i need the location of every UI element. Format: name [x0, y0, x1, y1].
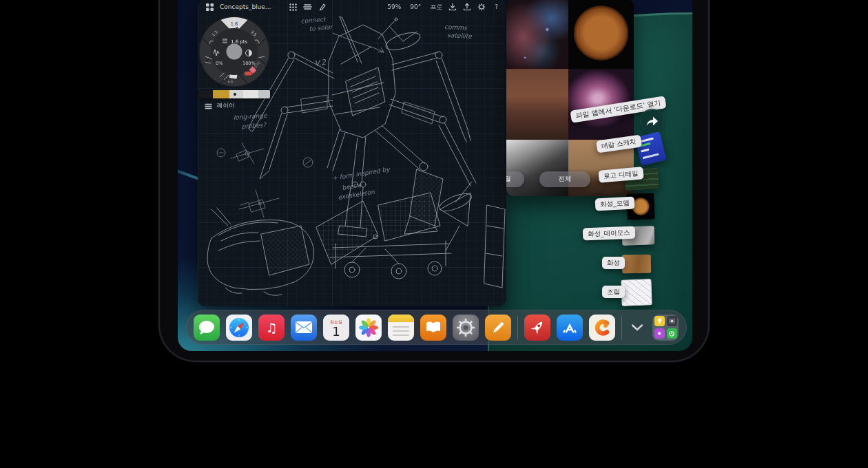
share-arrow-icon — [645, 116, 659, 127]
svg-text:satellite: satellite — [447, 32, 473, 40]
dock-collapse-chevron[interactable] — [628, 315, 646, 341]
mini-timer-icon — [667, 328, 677, 339]
mini-star-icon: ★ — [654, 328, 665, 339]
rocket-icon — [528, 319, 546, 337]
open-book-icon — [426, 321, 441, 333]
swatch-gold[interactable] — [213, 90, 229, 98]
opacity-min: 0% — [216, 61, 223, 66]
brush-preview-dot — [227, 44, 242, 60]
settings-gear-icon[interactable] — [477, 3, 486, 11]
drag-label-mars-model: 화성_모델 — [595, 197, 635, 211]
notes-line — [393, 330, 409, 332]
settings-app-icon[interactable] — [453, 315, 479, 341]
notes-app-icon[interactable] — [388, 315, 414, 341]
swatch-gray[interactable] — [258, 90, 270, 98]
rocket-app-icon[interactable] — [524, 315, 550, 341]
zoom-level[interactable]: 59% — [387, 3, 401, 10]
photo-horsehead-nebula[interactable] — [506, 0, 568, 69]
photo-mars-surface[interactable] — [506, 69, 568, 140]
appstore-a-icon — [561, 319, 579, 337]
swatch-selected-dot — [234, 93, 236, 96]
mini-camera-icon — [667, 316, 677, 326]
calendar-day: 1 — [332, 326, 340, 338]
svg-text:comms: comms — [444, 23, 468, 32]
speech-bubble-icon — [198, 319, 216, 336]
concepts-app-icon[interactable] — [589, 315, 615, 341]
dot-grid-icon[interactable] — [289, 3, 297, 11]
gear-icon — [455, 317, 476, 338]
help-button[interactable]: ? — [495, 3, 498, 10]
dock-divider — [517, 316, 518, 339]
active-brush-size: 1.6 — [230, 21, 238, 27]
ipad-device: connect to solar comms satellite V.2 lon… — [160, 0, 708, 361]
appstore-app-icon[interactable] — [557, 315, 583, 341]
concepts-app-window: connect to solar comms satellite V.2 lon… — [198, 0, 506, 306]
pen-nib-icon[interactable] — [318, 3, 327, 11]
chevron-down-icon — [632, 324, 643, 331]
concepts-c-icon — [592, 317, 612, 338]
svg-text:V.2: V.2 — [314, 58, 327, 68]
ipad-screen: connect to solar comms satellite V.2 lon… — [178, 0, 692, 351]
rotation-value[interactable]: 90° — [410, 3, 421, 10]
flower-icon — [358, 317, 380, 339]
apps-grid-icon[interactable] — [206, 3, 214, 11]
notes-yellow-strip — [388, 315, 414, 322]
pages-app-icon[interactable] — [485, 315, 511, 341]
dock: ♫ 화요일 1 — [186, 310, 687, 345]
download-icon[interactable] — [448, 3, 457, 11]
photo-mars-planet[interactable] — [568, 0, 634, 69]
document-title[interactable]: Concepts_blue... — [220, 3, 271, 10]
mail-app-icon[interactable] — [291, 315, 317, 341]
photos-app-icon[interactable] — [355, 315, 382, 341]
drag-thumb-assembly-sketch[interactable] — [621, 279, 652, 306]
notes-line — [393, 326, 409, 328]
music-note-icon: ♫ — [265, 320, 277, 335]
brush-size-bottom: 8.9 — [228, 80, 233, 83]
safari-app-icon[interactable] — [226, 315, 252, 341]
pill-months-label: 월 — [506, 175, 511, 184]
notes-line — [393, 334, 409, 336]
drag-label-assembly: 조립 — [602, 286, 625, 298]
app-library-grid: ★ — [654, 316, 677, 339]
layers-stack-icon[interactable] — [303, 3, 312, 10]
music-app-icon[interactable]: ♫ — [258, 315, 285, 341]
pill-all-label: 전체 — [559, 175, 572, 184]
swatch-black[interactable] — [199, 90, 213, 98]
photos-app-window: 월 전체 — [506, 0, 634, 196]
drag-thumb-mars-map[interactable] — [622, 255, 651, 274]
share-button[interactable] — [640, 109, 664, 133]
messages-app-icon[interactable] — [194, 315, 220, 341]
opacity-max: 100% — [242, 61, 256, 66]
drag-label-mars: 화성 — [602, 257, 625, 269]
pill-months[interactable]: 월 — [506, 171, 524, 187]
concepts-toolbar: Concepts_blue... 59% 90° 프로 ? — [198, 0, 506, 15]
pill-all[interactable]: 전체 — [539, 171, 590, 187]
envelope-icon — [296, 321, 312, 333]
compass-icon — [226, 315, 252, 341]
hamburger-icon — [205, 103, 212, 109]
tool-wheel[interactable]: 1.6 1.3 3.5 8.9 14.5 1.6 pts 0% 100% — [198, 14, 272, 89]
export-share-icon[interactable] — [463, 3, 471, 11]
layers-label: 레이어 — [217, 102, 235, 110]
drag-label-mars-deimos: 화성_데이모스 — [583, 226, 635, 240]
layers-button[interactable]: 레이어 — [205, 102, 235, 110]
books-app-icon[interactable] — [420, 315, 446, 341]
mini-lightbulb-icon — [654, 316, 665, 326]
swatch-offwhite[interactable] — [243, 90, 258, 98]
stroke-width-label: 1.6 pts — [231, 39, 248, 45]
calendar-app-icon[interactable]: 화요일 1 — [323, 315, 349, 341]
pen-icon — [489, 319, 507, 337]
app-library-icon[interactable]: ★ — [652, 315, 679, 341]
swatch-lightgray[interactable] — [229, 90, 243, 98]
dock-divider — [621, 316, 622, 339]
pro-button[interactable]: 프로 — [430, 3, 442, 12]
